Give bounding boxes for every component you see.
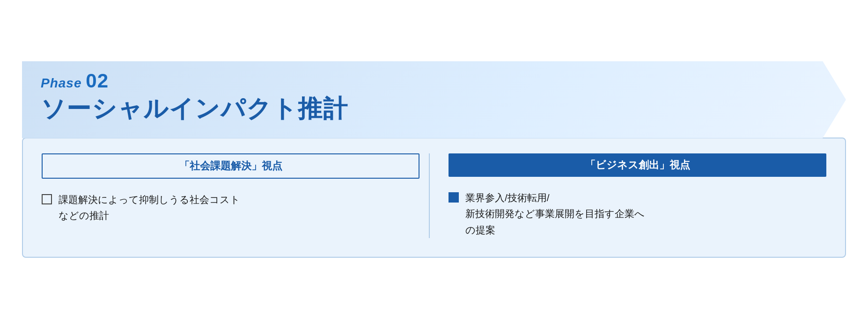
left-list-item: 課題解決によって抑制しうる社会コストなどの推計 bbox=[42, 192, 419, 224]
phase-subtitle: ソーシャルインパクト推計 bbox=[41, 94, 809, 123]
filled-bullet-icon bbox=[449, 192, 459, 203]
page-container: Phase 02 ソーシャルインパクト推計 「社会課題解決」視点 課題解決によっ… bbox=[22, 61, 846, 258]
column-left: 「社会課題解決」視点 課題解決によって抑制しうる社会コストなどの推計 bbox=[42, 153, 430, 239]
left-column-header: 「社会課題解決」視点 bbox=[42, 153, 419, 179]
phase-number: 02 bbox=[86, 70, 109, 92]
left-item-text: 課題解決によって抑制しうる社会コストなどの推計 bbox=[59, 192, 240, 224]
phase-word: Phase bbox=[41, 76, 82, 90]
outline-bullet-icon bbox=[42, 194, 52, 204]
phase-label: Phase 02 bbox=[41, 70, 809, 92]
right-list-item: 業界参入/技術転用/新技術開発など事業展開を目指す企業への提案 bbox=[449, 190, 826, 239]
right-item-text: 業界参入/技術転用/新技術開発など事業展開を目指す企業への提案 bbox=[465, 190, 645, 239]
column-right: 「ビジネス創出」視点 業界参入/技術転用/新技術開発など事業展開を目指す企業への… bbox=[444, 153, 826, 239]
content-area: 「社会課題解決」視点 課題解決によって抑制しうる社会コストなどの推計 「ビジネス… bbox=[22, 138, 846, 258]
phase-banner: Phase 02 ソーシャルインパクト推計 bbox=[22, 61, 846, 138]
right-column-header: 「ビジネス創出」視点 bbox=[449, 153, 826, 177]
